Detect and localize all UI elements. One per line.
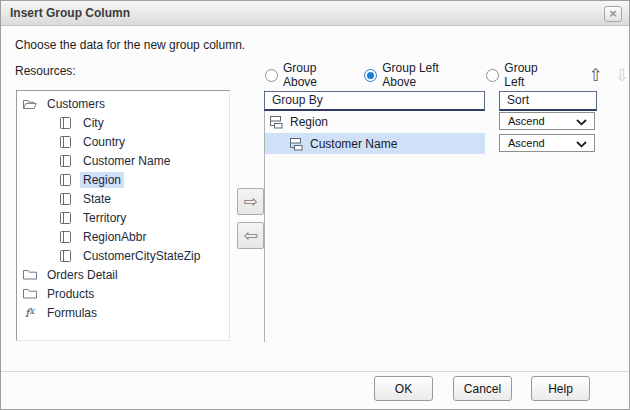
radio-label: Group Left Above bbox=[382, 61, 473, 89]
tree-item-regionabbr[interactable]: RegionAbbr bbox=[17, 227, 229, 246]
chevron-down-icon bbox=[576, 134, 587, 152]
footer-separator bbox=[1, 371, 629, 372]
group-row-label: Region bbox=[290, 115, 328, 129]
sort-select-region[interactable]: Ascend bbox=[499, 112, 595, 130]
move-down-button[interactable]: ⇩ bbox=[615, 67, 629, 84]
tree-item-label: Customers bbox=[44, 96, 108, 112]
tree-item-customer-name[interactable]: Customer Name bbox=[17, 151, 229, 170]
instruction-text: Choose the data for the new group column… bbox=[15, 38, 245, 52]
radio-group-left-above[interactable]: Group Left Above bbox=[364, 61, 473, 89]
column-icon bbox=[57, 192, 74, 206]
tree-item-territory[interactable]: Territory bbox=[17, 208, 229, 227]
tree-item-label: City bbox=[80, 115, 107, 131]
column-icon bbox=[57, 211, 74, 225]
close-button[interactable]: × bbox=[604, 6, 622, 22]
column-icon bbox=[57, 230, 74, 244]
tree-item-label-selected: Region bbox=[80, 172, 124, 188]
radio-icon bbox=[486, 69, 499, 82]
close-icon: × bbox=[608, 7, 617, 20]
ok-button[interactable]: OK bbox=[374, 376, 433, 401]
dialog-title: Insert Group Column bbox=[10, 1, 130, 25]
folder-icon bbox=[21, 268, 38, 281]
dialog-titlebar[interactable]: Insert Group Column × bbox=[1, 1, 629, 26]
formula-icon: fx bbox=[21, 306, 38, 320]
tree-item-label: Orders Detail bbox=[44, 267, 121, 283]
tree-item-label: State bbox=[80, 191, 114, 207]
tree-item-label: CustomerCityStateZip bbox=[80, 248, 203, 264]
column-header-group-by: Group By bbox=[264, 91, 485, 111]
tree-item-customers[interactable]: Customers bbox=[17, 94, 229, 113]
tree-item-label: Products bbox=[44, 286, 97, 302]
group-row-region[interactable]: Region bbox=[265, 111, 485, 132]
group-position-options: Group Above Group Left Above Group Left … bbox=[265, 66, 629, 84]
tree-item-customercitystatezip[interactable]: CustomerCityStateZip bbox=[17, 246, 229, 265]
tree-item-label: Country bbox=[80, 134, 128, 150]
tree-item-label: Customer Name bbox=[80, 153, 173, 169]
folder-icon bbox=[21, 287, 38, 300]
resources-tree: Customers City Country Customer Name Reg… bbox=[16, 90, 230, 341]
column-icon bbox=[57, 135, 74, 149]
help-button[interactable]: Help bbox=[531, 376, 590, 401]
insert-group-column-dialog: Insert Group Column × Choose the data fo… bbox=[0, 0, 630, 410]
radio-selected-icon bbox=[364, 69, 377, 82]
resources-label: Resources: bbox=[15, 64, 76, 78]
group-row-customer-name[interactable]: Customer Name bbox=[265, 133, 485, 154]
folder-open-icon bbox=[21, 97, 38, 111]
tree-item-state[interactable]: State bbox=[17, 189, 229, 208]
column-header-sort: Sort bbox=[499, 91, 597, 111]
arrow-left-icon: ⇦ bbox=[243, 227, 257, 244]
move-up-button[interactable]: ⇧ bbox=[588, 67, 602, 84]
arrow-right-icon: ⇨ bbox=[243, 193, 257, 210]
group-row-label: Customer Name bbox=[310, 137, 397, 151]
tree-item-label: RegionAbbr bbox=[80, 229, 149, 245]
tree-item-label: Formulas bbox=[44, 305, 100, 321]
radio-label: Group Above bbox=[283, 61, 351, 89]
column-icon bbox=[57, 173, 74, 187]
radio-group-left[interactable]: Group Left bbox=[486, 61, 559, 89]
column-icon bbox=[57, 249, 74, 263]
tree-item-orders-detail[interactable]: Orders Detail bbox=[17, 265, 229, 284]
radio-icon bbox=[265, 69, 278, 82]
radio-group-above[interactable]: Group Above bbox=[265, 61, 351, 89]
tree-item-products[interactable]: Products bbox=[17, 284, 229, 303]
radio-label: Group Left bbox=[504, 61, 559, 89]
tree-item-country[interactable]: Country bbox=[17, 132, 229, 151]
move-left-button[interactable]: ⇦ bbox=[237, 222, 264, 249]
move-right-button[interactable]: ⇨ bbox=[237, 188, 264, 215]
chevron-down-icon bbox=[576, 112, 587, 130]
tree-item-formulas[interactable]: fx Formulas bbox=[17, 303, 229, 322]
sort-value: Ascend bbox=[508, 115, 545, 127]
cancel-button[interactable]: Cancel bbox=[453, 376, 512, 401]
sort-select-customer-name[interactable]: Ascend bbox=[499, 134, 595, 152]
sort-value: Ascend bbox=[508, 137, 545, 149]
group-icon bbox=[268, 114, 284, 129]
tree-item-label: Territory bbox=[80, 210, 129, 226]
tree-item-city[interactable]: City bbox=[17, 113, 229, 132]
column-icon bbox=[57, 154, 74, 168]
group-icon bbox=[288, 136, 304, 151]
column-icon bbox=[57, 116, 74, 130]
tree-item-region[interactable]: Region bbox=[17, 170, 229, 189]
